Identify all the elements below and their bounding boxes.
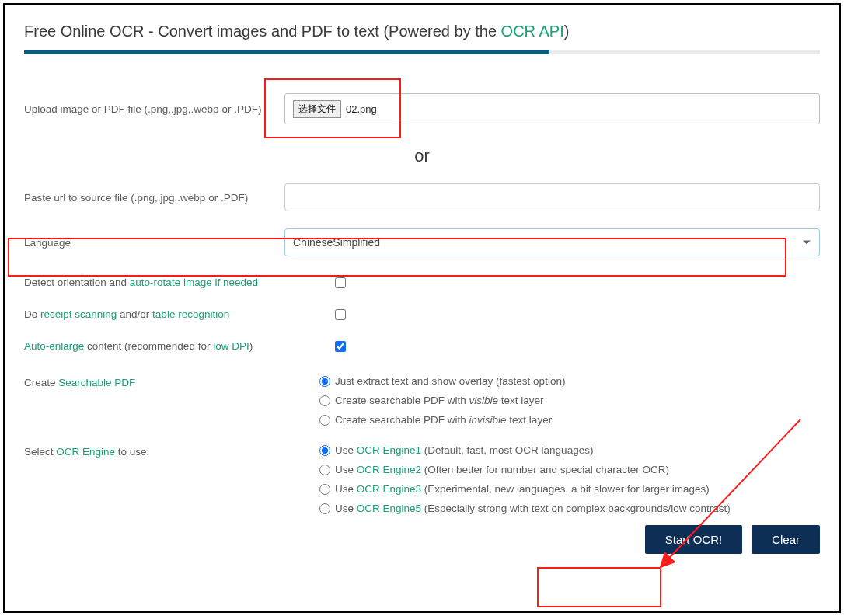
ocr-api-link[interactable]: OCR API — [501, 23, 564, 40]
enlarge-mid: content (recommended for — [84, 340, 213, 352]
start-ocr-button[interactable]: Start OCR! — [645, 525, 742, 554]
language-select[interactable]: ChineseSimplified — [284, 228, 820, 256]
url-input[interactable] — [284, 183, 820, 211]
auto-rotate-link[interactable]: auto-rotate image if needed — [130, 277, 258, 288]
engine-option-1[interactable]: Use OCR Engine1 (Default, fast, most OCR… — [319, 444, 731, 456]
progress-fill — [24, 50, 549, 54]
page-title: Free Online OCR - Convert images and PDF… — [24, 23, 820, 40]
engine-label-post: to use: — [115, 446, 149, 458]
detect-orientation-checkbox[interactable] — [335, 277, 346, 288]
progress-bar — [24, 50, 820, 54]
receipt-checkbox[interactable] — [335, 309, 346, 320]
engine5-link[interactable]: OCR Engine5 — [357, 503, 421, 514]
pdf-radio-invisible[interactable] — [319, 415, 330, 426]
clear-button[interactable]: Clear — [752, 525, 820, 554]
engine-radio-3[interactable] — [319, 484, 330, 495]
pdf-opt0-text: Just extract text and show overlay (fast… — [335, 375, 565, 387]
url-row: Paste url to source file (.png,.jpg,.web… — [24, 183, 820, 211]
language-label: Language — [24, 237, 284, 249]
pdf2-em: invisible — [469, 414, 507, 426]
auto-enlarge-checkbox[interactable] — [335, 341, 346, 352]
engine-radio-group: Use OCR Engine1 (Default, fast, most OCR… — [319, 444, 731, 514]
engine-section-label: Select OCR Engine to use: — [24, 444, 319, 458]
pdf1-post: text layer — [498, 395, 544, 406]
table-recognition-link[interactable]: table recognition — [152, 308, 229, 320]
eng3-text: Use OCR Engine5 (Especially strong with … — [335, 503, 731, 514]
engine-radio-1[interactable] — [319, 445, 330, 456]
e2s: (Experimental, new languages, a bit slow… — [421, 483, 710, 495]
auto-enlarge-row: Auto-enlarge content (recommended for lo… — [24, 340, 820, 352]
pdf-radio-extract[interactable] — [319, 376, 330, 387]
receipt-mid: and/or — [117, 308, 152, 320]
or-divider: or — [24, 146, 820, 166]
pdf-opt2-text: Create searchable PDF with invisible tex… — [335, 414, 552, 426]
e1s: (Often better for number and special cha… — [421, 464, 669, 475]
detect-orientation-row: Detect orientation and auto-rotate image… — [24, 277, 820, 288]
choose-file-button[interactable]: 选择文件 — [293, 100, 341, 118]
pdf2-post: text layer — [507, 414, 553, 426]
engine1-link[interactable]: OCR Engine1 — [357, 444, 421, 456]
engine-label-pre: Select — [24, 446, 56, 458]
pdf-opt1-text: Create searchable PDF with visible text … — [335, 395, 544, 406]
detect-orientation-label: Detect orientation and auto-rotate image… — [24, 277, 335, 288]
pdf-section: Create Searchable PDF Just extract text … — [24, 375, 820, 426]
pdf-label-pre: Create — [24, 377, 58, 388]
auto-enlarge-link[interactable]: Auto-enlarge — [24, 340, 84, 352]
button-row: Start OCR! Clear — [24, 525, 820, 554]
pdf-option-extract[interactable]: Just extract text and show overlay (fast… — [319, 375, 565, 387]
page-container: Free Online OCR - Convert images and PDF… — [3, 3, 841, 613]
detect-pre: Detect orientation and — [24, 277, 130, 288]
receipt-pre: Do — [24, 308, 40, 320]
searchable-pdf-link[interactable]: Searchable PDF — [58, 377, 135, 388]
pdf-option-invisible[interactable]: Create searchable PDF with invisible tex… — [319, 414, 565, 426]
receipt-scanning-link[interactable]: receipt scanning — [40, 308, 117, 320]
pdf2-pre: Create searchable PDF with — [335, 414, 469, 426]
e3s: (Especially strong with text on complex … — [421, 503, 731, 514]
receipt-row: Do receipt scanning and/or table recogni… — [24, 308, 820, 320]
e2p: Use — [335, 483, 357, 495]
ocr-engine-link[interactable]: OCR Engine — [56, 446, 115, 458]
pdf1-em: visible — [469, 395, 499, 406]
engine3-link[interactable]: OCR Engine3 — [357, 483, 421, 495]
language-row: Language ChineseSimplified — [24, 228, 820, 256]
selected-file-name: 02.png — [346, 103, 377, 115]
engine-section: Select OCR Engine to use: Use OCR Engine… — [24, 444, 820, 514]
engine-radio-2[interactable] — [319, 465, 330, 475]
eng0-text: Use OCR Engine1 (Default, fast, most OCR… — [335, 444, 593, 456]
upload-row: Upload image or PDF file (.png,.jpg,.web… — [24, 93, 820, 124]
e0s: (Default, fast, most OCR languages) — [421, 444, 593, 456]
e0p: Use — [335, 444, 357, 456]
auto-enlarge-label: Auto-enlarge content (recommended for lo… — [24, 340, 335, 352]
engine-option-3[interactable]: Use OCR Engine3 (Experimental, new langu… — [319, 483, 731, 495]
eng1-text: Use OCR Engine2 (Often better for number… — [335, 464, 669, 475]
pdf-radio-visible[interactable] — [319, 395, 330, 406]
enlarge-suffix: ) — [249, 340, 253, 352]
engine-radio-5[interactable] — [319, 503, 330, 514]
pdf1-pre: Create searchable PDF with — [335, 395, 469, 406]
low-dpi-link[interactable]: low DPI — [213, 340, 249, 352]
file-input-field[interactable]: 选择文件 02.png — [284, 93, 820, 124]
engine-option-5[interactable]: Use OCR Engine5 (Especially strong with … — [319, 503, 731, 514]
e1p: Use — [335, 464, 357, 475]
engine2-link[interactable]: OCR Engine2 — [357, 464, 421, 475]
engine-option-2[interactable]: Use OCR Engine2 (Often better for number… — [319, 464, 731, 475]
title-suffix: ) — [564, 23, 570, 40]
pdf-option-visible[interactable]: Create searchable PDF with visible text … — [319, 395, 565, 406]
title-prefix: Free Online OCR - Convert images and PDF… — [24, 23, 501, 40]
e3p: Use — [335, 503, 357, 514]
receipt-label: Do receipt scanning and/or table recogni… — [24, 308, 335, 320]
pdf-radio-group: Just extract text and show overlay (fast… — [319, 375, 565, 426]
eng2-text: Use OCR Engine3 (Experimental, new langu… — [335, 483, 710, 495]
pdf-section-label: Create Searchable PDF — [24, 375, 319, 388]
upload-label: Upload image or PDF file (.png,.jpg,.web… — [24, 103, 284, 115]
url-label: Paste url to source file (.png,.jpg,.web… — [24, 192, 284, 204]
language-select-wrap: ChineseSimplified — [284, 228, 820, 256]
